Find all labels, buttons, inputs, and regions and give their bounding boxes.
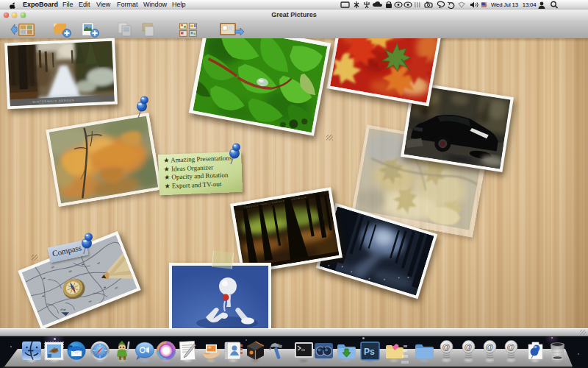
svg-text:@: @ xyxy=(442,342,451,351)
svg-text:@: @ xyxy=(486,342,494,351)
svg-text:@: @ xyxy=(507,342,515,351)
svg-text:@: @ xyxy=(465,342,473,351)
svg-text:Ps: Ps xyxy=(364,347,375,357)
